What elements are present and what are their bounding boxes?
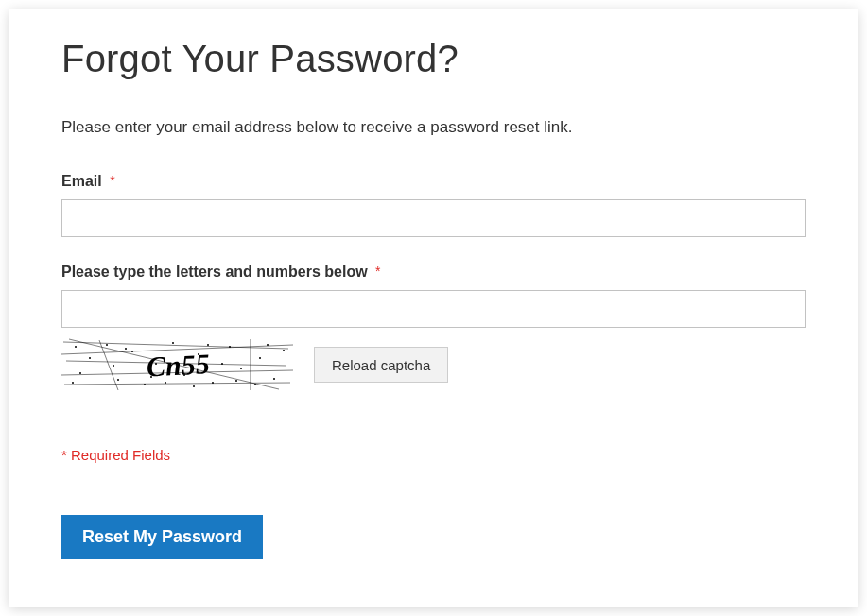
svg-point-15: [172, 342, 174, 344]
captcha-image: Cn55: [61, 337, 293, 392]
svg-line-0: [63, 342, 288, 349]
svg-point-31: [125, 348, 127, 350]
svg-line-4: [64, 383, 290, 385]
svg-point-23: [283, 350, 285, 351]
svg-line-7: [99, 340, 118, 390]
svg-text:Cn55: Cn55: [146, 348, 210, 382]
svg-point-28: [221, 363, 223, 365]
svg-point-29: [254, 384, 256, 385]
svg-point-9: [89, 357, 91, 359]
svg-point-32: [165, 382, 166, 384]
svg-point-11: [117, 379, 119, 381]
reload-captcha-button[interactable]: Reload captcha: [314, 347, 448, 383]
instruction-text: Please enter your email address below to…: [61, 118, 806, 137]
svg-point-30: [72, 382, 74, 384]
svg-point-19: [229, 346, 231, 348]
email-input[interactable]: [61, 199, 806, 237]
reset-password-button[interactable]: Reset My Password: [61, 515, 263, 559]
captcha-input[interactable]: [61, 290, 806, 328]
svg-point-33: [207, 344, 209, 346]
svg-point-20: [240, 368, 242, 369]
svg-point-34: [235, 380, 237, 382]
svg-point-8: [75, 346, 77, 348]
svg-point-10: [106, 344, 108, 346]
email-field-group: Email *: [61, 173, 806, 237]
svg-point-13: [144, 384, 146, 385]
svg-point-12: [131, 351, 133, 352]
captcha-row: Cn55 Reload captcha: [61, 337, 806, 392]
captcha-label: Please type the letters and numbers belo…: [61, 264, 381, 280]
svg-point-22: [273, 378, 275, 380]
email-label: Email *: [61, 173, 115, 189]
required-asterisk-icon: *: [375, 264, 380, 279]
required-fields-note: * Required Fields: [61, 447, 806, 463]
captcha-field-group: Please type the letters and numbers belo…: [61, 264, 806, 392]
svg-point-35: [267, 344, 269, 346]
svg-point-25: [113, 365, 114, 367]
required-asterisk-icon: *: [110, 173, 114, 188]
svg-point-18: [212, 382, 214, 384]
page-title: Forgot Your Password?: [61, 38, 806, 80]
svg-point-21: [259, 357, 261, 359]
svg-point-24: [79, 372, 81, 374]
forgot-password-card: Forgot Your Password? Please enter your …: [9, 9, 858, 607]
svg-point-27: [193, 385, 195, 387]
email-label-text: Email: [61, 173, 102, 190]
captcha-label-text: Please type the letters and numbers belo…: [61, 264, 368, 281]
